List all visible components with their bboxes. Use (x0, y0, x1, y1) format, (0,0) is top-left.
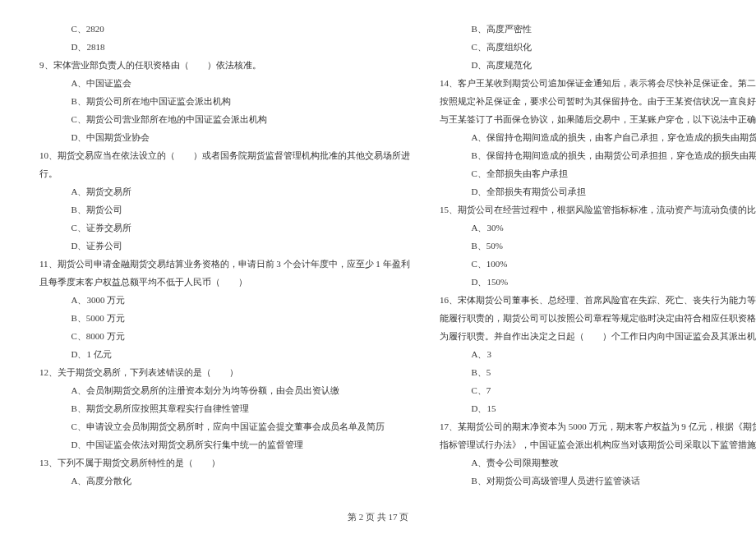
q-option: D、2818 (39, 38, 410, 56)
q-option: D、中国期货业协会 (39, 128, 410, 146)
document-page: C、2820 D、2818 9、宋体营业部负责人的任职资格由（ ）依法核准。 A… (0, 0, 756, 514)
question-10: 10、期货交易应当在依法设立的（ ）或者国务院期货监督管理机构批准的其他交易场所… (39, 146, 410, 164)
q-option: C、高度组织化 (440, 38, 756, 56)
question-14-cont: 与王某签订了书面保仓协议，如果随后交易中，王某账户穿仓，以下说法中正确的是（ ） (440, 110, 756, 128)
question-14-cont: 按照规定补足保证金，要求公司暂时为其保留持仓。由于王某资信状况一直良好，。期货公… (440, 92, 756, 110)
q-option: A、30% (440, 219, 756, 237)
q-option: B、5 (440, 363, 756, 381)
right-column: B、高度严密性 C、高度组织化 D、高度规范化 14、客户王某收到期货公司追加保… (425, 20, 756, 490)
question-10-cont: 行。 (39, 164, 410, 182)
question-17-cont: 指标管理试行办法》，中国证监会派出机构应当对该期货公司采取以下监管措施（ ） (440, 435, 756, 453)
question-11-cont: 且每季度末客户权益总额平均不低于人民币（ ） (39, 273, 410, 291)
left-column: C、2820 D、2818 9、宋体营业部负责人的任职资格由（ ）依法核准。 A… (30, 20, 425, 490)
q-option: D、中国证监会依法对期货交易所实行集中统一的监督管理 (39, 435, 410, 453)
q-option: D、1 亿元 (39, 345, 410, 363)
question-16: 16、宋体期货公司董事长、总经理、首席风险官在失踪、死亡、丧失行为能力等特殊情形… (440, 291, 756, 309)
q-option: C、申请设立会员制期货交易所时，应向中国证监会提交董事会成员名单及简历 (39, 417, 410, 435)
q-option: D、证券公司 (39, 237, 410, 255)
question-12: 12、关于期货交易所，下列表述错误的是（ ） (39, 363, 410, 381)
question-14: 14、客户王某收到期货公司追加保证金通知后，表示将会尽快补足保证金。第二天，王某… (440, 74, 756, 92)
question-9: 9、宋体营业部负责人的任职资格由（ ）依法核准。 (39, 56, 410, 74)
q-option: D、15 (440, 399, 756, 417)
q-option: D、150% (440, 273, 756, 291)
q-option: B、高度严密性 (440, 20, 756, 38)
question-16-cont: 为履行职责。并自作出决定之日起（ ）个工作日内向中国证监会及其派出机构报告。 (440, 327, 756, 345)
q-option: B、期货公司所在地中国证监会派出机构 (39, 92, 410, 110)
question-16-cont: 能履行职责的，期货公司可以按照公司章程等规定临时决定由符合相应任职资格条件的人员… (440, 309, 756, 327)
question-13: 13、下列不属于期货交易所特性的是（ ） (39, 453, 410, 472)
q-option: B、保留持仓期间造成的损失，由期货公司承担担，穿仓造成的损失由期货公司承担 (440, 146, 756, 164)
q-option: C、全部损失由客户承担 (440, 164, 756, 182)
q-option: C、100% (440, 255, 756, 273)
page-footer: 第 2 页 共 17 页 (0, 508, 756, 526)
q-option: A、高度分散化 (39, 472, 410, 490)
q-option: B、期货交易所应按照其章程实行自律性管理 (39, 399, 410, 417)
q-option: D、全部损失有期货公司承担 (440, 182, 756, 200)
q-option: D、高度规范化 (440, 56, 756, 74)
q-option: C、期货公司营业部所在地的中国证监会派出机构 (39, 110, 410, 128)
q-option: C、2820 (39, 20, 410, 38)
question-17: 17、某期货公司的期末净资本为 5000 万元，期末客户权益为 9 亿元，根据《… (440, 417, 756, 435)
q-option: A、会员制期货交易所的注册资本划分为均等份额，由会员出资认缴 (39, 381, 410, 399)
question-15: 15、期货公司在经营过程中，根据风险监管指标标准，流动资产与流动负债的比例不得低… (440, 200, 756, 219)
q-option: B、5000 万元 (39, 309, 410, 327)
q-option: A、保留持仓期间造成的损失，由客户自己承担，穿仓造成的损失由期货公司承担 (440, 128, 756, 146)
q-option: B、对期货公司高级管理人员进行监管谈话 (440, 472, 756, 490)
q-option: A、3 (440, 345, 756, 363)
question-11: 11、期货公司申请金融期货交易结算业务资格的，申请日前 3 个会计年度中，应至少… (39, 255, 410, 273)
q-option: C、7 (440, 381, 756, 399)
q-option: B、50% (440, 237, 756, 255)
q-option: C、8000 万元 (39, 327, 410, 345)
q-option: B、期货公司 (39, 200, 410, 219)
q-option: A、期货交易所 (39, 182, 410, 200)
q-option: A、3000 万元 (39, 291, 410, 309)
q-option: A、责令公司限期整改 (440, 453, 756, 472)
q-option: A、中国证监会 (39, 74, 410, 92)
q-option: C、证券交易所 (39, 219, 410, 237)
